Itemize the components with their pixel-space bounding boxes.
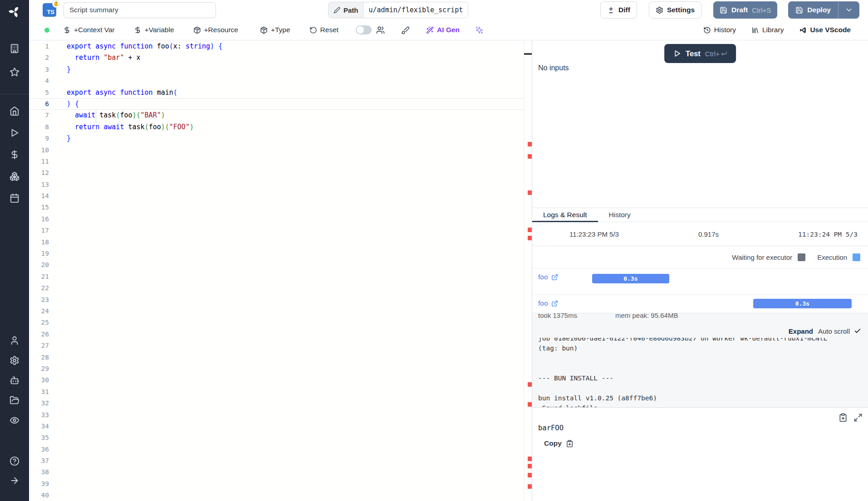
line-number: 4 <box>29 75 59 87</box>
code-line: 26 <box>29 329 524 340</box>
copy-result-button[interactable] <box>839 413 848 422</box>
code-text <box>59 398 67 409</box>
copy-button[interactable]: Copy <box>544 439 574 447</box>
sidebar-item-dollar[interactable] <box>10 150 20 160</box>
clipboard-icon <box>839 413 848 422</box>
path-value: u/admin/flexible_script <box>364 2 468 18</box>
code-line: 17 <box>29 225 524 236</box>
sidebar-item-star[interactable] <box>10 67 20 77</box>
sidebar-item-arrow-right[interactable] <box>10 476 20 486</box>
sidebar-item-calendar[interactable] <box>10 193 20 203</box>
multiplayer-users-button[interactable] <box>376 26 385 34</box>
code-line: 18 <box>29 237 524 248</box>
add-resource-button[interactable]: +Resource <box>193 26 238 34</box>
format-brush-button[interactable] <box>401 26 410 34</box>
sidebar-item-gear[interactable] <box>10 355 20 365</box>
eye-icon <box>10 415 20 425</box>
line-number: 37 <box>29 455 59 467</box>
expand-logs-button[interactable]: Expand <box>789 327 813 335</box>
sidebar-item-home[interactable] <box>10 106 20 116</box>
history-button[interactable]: History <box>703 26 736 34</box>
ai-gen-button[interactable]: AI Gen <box>426 26 460 34</box>
job-link[interactable]: foo <box>538 273 558 281</box>
test-button[interactable]: Test Ctrl+ <box>664 44 736 63</box>
code-text <box>59 75 67 87</box>
settings-button[interactable]: Settings <box>649 1 701 19</box>
star-icon <box>10 67 20 77</box>
execution-bar: 0.3s <box>592 274 669 283</box>
code-text <box>59 329 67 340</box>
code-line: 27 <box>29 340 524 351</box>
code-text <box>59 444 67 455</box>
sidebar-item-eye[interactable] <box>10 415 20 425</box>
code-line: 35 <box>29 432 524 443</box>
library-button[interactable]: Library <box>751 26 784 34</box>
code-text: export async function main( <box>59 87 177 98</box>
line-number: 20 <box>29 259 59 271</box>
code-text: return "bar" + x <box>59 52 141 63</box>
code-text: ) { <box>59 99 79 109</box>
code-text <box>59 156 67 167</box>
maximize-icon <box>853 413 863 422</box>
script-summary-input[interactable] <box>64 2 216 18</box>
reset-button[interactable]: Reset <box>309 26 339 34</box>
code-text <box>59 214 67 225</box>
external-link-icon <box>551 274 558 281</box>
sidebar-item-boxes[interactable] <box>10 171 20 181</box>
sidebar-item-play[interactable] <box>10 128 20 138</box>
deploy-main[interactable]: Deploy <box>788 6 838 14</box>
deploy-dropdown-toggle[interactable] <box>839 6 859 14</box>
autoscroll-toggle[interactable]: Auto scroll <box>818 327 861 335</box>
path-button[interactable]: Path u/admin/flexible_script <box>328 2 468 18</box>
deploy-button[interactable]: Deploy <box>788 1 859 19</box>
use-vscode-button[interactable]: Use VScode <box>799 26 851 34</box>
line-number: 17 <box>29 225 59 236</box>
topbar: TS 👶 Path u/admin/flexible_script Diff S… <box>29 0 868 20</box>
line-number: 22 <box>29 282 59 294</box>
line-number: 33 <box>29 409 59 421</box>
tab-logs-and-result[interactable]: Logs & Result <box>532 208 598 222</box>
diff-button[interactable]: Diff <box>600 1 637 19</box>
legend-execution-label: Execution <box>817 253 847 261</box>
sidebar-item-help-circle[interactable] <box>10 456 20 466</box>
job-link[interactable]: foo <box>538 299 558 307</box>
play-icon <box>10 128 20 138</box>
sparkles-button[interactable] <box>475 26 484 34</box>
home-icon <box>10 106 20 116</box>
line-number: 7 <box>29 110 59 121</box>
sparkles-icon <box>475 26 484 34</box>
windmill-logo-icon[interactable] <box>8 5 21 18</box>
code-text: return await task(foo)("FOO") <box>59 122 194 133</box>
code-line: 6) { <box>29 98 524 110</box>
code-line: 28 <box>29 352 524 363</box>
line-number: 40 <box>29 490 59 501</box>
app-sidebar <box>0 0 29 501</box>
code-line: 25 <box>29 317 524 328</box>
code-line: 34 <box>29 421 524 432</box>
add-type-button[interactable]: +Type <box>260 26 290 34</box>
arrow-right-icon <box>10 476 20 486</box>
sidebar-item-user[interactable] <box>10 336 20 345</box>
fullscreen-result-button[interactable] <box>853 413 863 422</box>
line-number: 5 <box>29 87 59 98</box>
sidebar-item-building[interactable] <box>10 44 20 54</box>
line-number: 14 <box>29 190 59 202</box>
add-variable-button[interactable]: +Variable <box>134 26 174 34</box>
add-variable-label: +Variable <box>145 26 174 34</box>
dollar-icon <box>10 150 20 160</box>
path-label-segment: Path <box>329 2 364 18</box>
sidebar-item-bot[interactable] <box>10 375 20 385</box>
code-text <box>59 167 67 179</box>
code-text <box>59 467 67 478</box>
draft-button[interactable]: Draft Ctrl+S <box>713 1 777 19</box>
line-number: 32 <box>29 398 59 409</box>
line-number: 2 <box>29 52 59 63</box>
add-context-var-button[interactable]: +Context Var <box>63 26 115 34</box>
vscode-icon <box>799 26 807 34</box>
collab-toggle[interactable] <box>356 25 372 34</box>
library-icon <box>751 26 759 34</box>
code-editor[interactable]: 1export async function foo(x: string) {2… <box>29 40 524 501</box>
tab-history[interactable]: History <box>598 208 642 222</box>
code-text: } <box>59 133 71 144</box>
sidebar-item-folder-open[interactable] <box>10 395 20 405</box>
